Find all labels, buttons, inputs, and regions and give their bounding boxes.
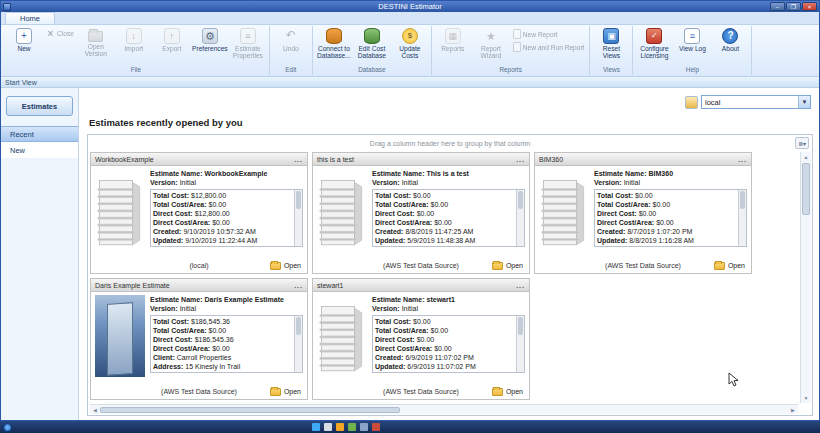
estimate-properties-button[interactable]: ≡ Estimate Properties [229, 26, 267, 60]
taskbar-app-icon[interactable] [324, 423, 332, 431]
undo-button[interactable]: ↶ Undo [272, 26, 310, 52]
close-estimate-icon: × [46, 29, 55, 38]
stats-scrollbar[interactable] [294, 190, 302, 246]
data-source-select[interactable]: local ▼ [701, 95, 811, 109]
sidebar-item-recent[interactable]: Recent [1, 126, 78, 142]
scroll-down-icon[interactable]: ▼ [801, 393, 811, 403]
stats-scrollbar[interactable] [516, 190, 524, 246]
report-wizard-button[interactable]: ★ Report Wizard [472, 26, 510, 60]
folder-icon [270, 262, 281, 270]
estimate-version: Initial [624, 179, 640, 186]
card-header: BIM360 ... [535, 153, 751, 166]
estimate-card[interactable]: Daris Example Estimate ... Estimate Name… [90, 278, 308, 400]
scrollbar-thumb[interactable] [100, 407, 400, 413]
import-icon: ↓ [126, 28, 142, 44]
card-header: this is a test ... [313, 153, 529, 166]
scroll-right-icon[interactable]: ▶ [788, 407, 798, 413]
group-label-edit: Edit [272, 66, 310, 75]
about-button[interactable]: ? About [711, 26, 749, 52]
connect-database-button[interactable]: Connect to Database... [315, 26, 353, 60]
estimate-card[interactable]: this is a test ... Estimate Nam [312, 152, 530, 274]
estimate-card[interactable]: BIM360 ... Estimate Name:BIM360 [534, 152, 752, 274]
building-image [95, 169, 145, 251]
card-menu-icon[interactable]: ... [516, 156, 525, 163]
scrollbar-thumb[interactable] [802, 163, 810, 215]
app-window: DESTINI Estimator – ❐ × Home + New × Clo… [0, 0, 820, 421]
export-button[interactable]: ↑ Export [153, 26, 191, 52]
stats-scrollbar[interactable] [516, 316, 524, 372]
estimate-card[interactable]: WorkbookExample ... Estimate Na [90, 152, 308, 274]
taskbar-app-icon[interactable] [348, 423, 356, 431]
card-menu-icon[interactable]: ... [738, 156, 747, 163]
app-icon [3, 3, 11, 11]
taskbar-app-icon[interactable] [360, 423, 368, 431]
edit-cost-database-button[interactable]: Edit Cost Database [353, 26, 391, 60]
tab-home[interactable]: Home [5, 12, 55, 24]
sidebar-item-new[interactable]: New [1, 142, 78, 158]
taskbar-app-icon[interactable] [336, 423, 344, 431]
question-circle-icon: ? [722, 28, 738, 44]
ribbon-group-database: Connect to Database... Edit Cost Databas… [313, 26, 432, 75]
chevron-down-icon[interactable]: ▼ [798, 96, 810, 108]
stats-scrollbar[interactable] [738, 190, 746, 246]
vertical-scrollbar[interactable]: ▲ ▼ [800, 152, 811, 403]
estimate-version: Initial [180, 179, 196, 186]
maximize-button[interactable]: ❐ [786, 2, 801, 11]
sidebar: Estimates Recent New [1, 88, 79, 420]
view-log-button[interactable]: ≡ View Log [673, 26, 711, 52]
scroll-left-icon[interactable]: ◀ [90, 407, 100, 413]
open-button[interactable]: Open [492, 388, 523, 396]
open-button[interactable]: Open [492, 262, 523, 270]
reports-button[interactable]: ▦ Reports [434, 26, 472, 52]
open-button[interactable]: Open [270, 262, 301, 270]
reset-views-button[interactable]: ▣ Reset Views [592, 26, 630, 60]
estimate-name: WorkbookExample [205, 170, 268, 177]
open-button[interactable]: Open [714, 262, 745, 270]
window-layout-icon: ▣ [603, 28, 619, 44]
ribbon-group-edit: ↶ Undo Edit [270, 26, 313, 75]
card-menu-icon[interactable]: ... [294, 156, 303, 163]
building-image [539, 169, 589, 251]
estimate-card[interactable]: stewart1 ... Estimate Name:stew [312, 278, 530, 400]
license-icon: ✓ [646, 28, 662, 44]
group-by-hint: Drag a column header here to group by th… [88, 135, 812, 151]
start-view-bar: Start View [1, 77, 819, 88]
estimate-name: Daris Example Estimate [205, 296, 284, 303]
folder-icon [492, 388, 503, 396]
minimize-button[interactable]: – [770, 2, 785, 11]
estimates-grid: Drag a column header here to group by th… [87, 134, 813, 416]
new-and-run-report-button[interactable]: New and Run Report [510, 41, 588, 53]
estimate-name: stewart1 [427, 296, 455, 303]
page-title: Estimates recently opened by you [89, 117, 243, 128]
open-version-button[interactable]: Open Version [77, 26, 115, 58]
close-estimate-button[interactable]: × Close [43, 28, 77, 39]
ribbon-group-views: ▣ Reset Views Views [590, 26, 633, 75]
new-document-icon: + [16, 28, 32, 44]
preferences-button[interactable]: ⚙ Preferences [191, 26, 229, 52]
estimate-version: Initial [402, 305, 418, 312]
group-label-file: File [5, 66, 267, 75]
data-source-icon[interactable] [685, 96, 698, 109]
sidebar-item-estimates[interactable]: Estimates [6, 96, 73, 116]
card-menu-icon[interactable]: ... [294, 282, 303, 289]
scroll-up-icon[interactable]: ▲ [801, 152, 811, 162]
close-button[interactable]: × [802, 2, 817, 11]
estimate-stats: Total Cost:$186,545.36 Total Cost/Area:$… [150, 315, 303, 373]
start-button[interactable] [3, 423, 12, 432]
new-button[interactable]: + New [5, 26, 43, 52]
open-button[interactable]: Open [270, 388, 301, 396]
configure-licensing-button[interactable]: ✓ Configure Licensing [635, 26, 673, 60]
new-report-button[interactable]: New Report [510, 28, 588, 40]
taskbar-app-icon[interactable] [372, 423, 380, 431]
horizontal-scrollbar[interactable]: ◀ ▶ [90, 404, 798, 414]
taskbar [0, 421, 820, 433]
card-menu-icon[interactable]: ... [516, 282, 525, 289]
taskbar-app-icon[interactable] [312, 423, 320, 431]
properties-icon: ≡ [240, 28, 256, 44]
grid-options-icon[interactable]: ≣▾ [795, 137, 809, 149]
coins-icon: $ [402, 28, 418, 44]
stats-scrollbar[interactable] [294, 316, 302, 372]
update-costs-button[interactable]: $ Update Costs [391, 26, 429, 60]
ribbon-group-file: + New × Close Open Version ↓ Import [3, 26, 270, 75]
import-button[interactable]: ↓ Import [115, 26, 153, 52]
